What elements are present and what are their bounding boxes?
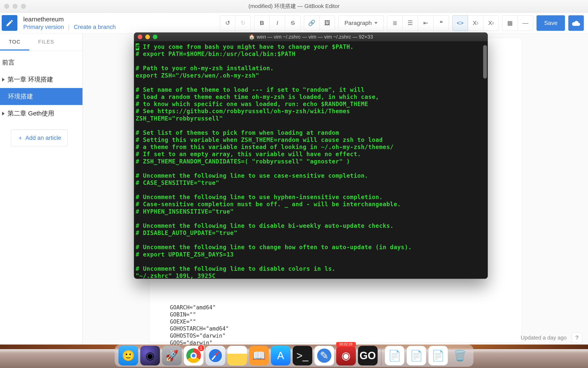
- ordered-list-button[interactable]: ☰: [403, 15, 418, 31]
- desktop-bottom: 🙂 ◉ 🚀 1 📖 A >_ ✎ 00:02:28 ◉ GO 📄 📄 📄 🗑️: [0, 347, 588, 368]
- dock-recent-doc-icon[interactable]: 📄: [385, 346, 404, 366]
- paragraph-label: Paragraph: [344, 20, 372, 26]
- dock-separator: [381, 349, 381, 366]
- book-meta: learnethereum Primary version | Create a…: [23, 16, 116, 30]
- editor-toolbar: ↺ ↻ B I S 🔗 🖼 Paragraph ≣ ☰ ⇤ ❝ <> X2 X2: [220, 15, 588, 31]
- dock-terminal-icon[interactable]: >_: [293, 346, 312, 366]
- toc-label: 前言: [2, 58, 15, 67]
- recording-timer: 00:02:28: [336, 342, 356, 347]
- plus-icon: ＋: [17, 134, 23, 142]
- toc-label: 第二章 Geth使用: [8, 109, 54, 118]
- code-block[interactable]: GOARCH="amd64" GOBIN="" GOEXE="" GOHOSTA…: [158, 304, 514, 347]
- toc-item-preface[interactable]: 前言: [0, 54, 82, 71]
- dock-gitbook-icon[interactable]: ✎: [314, 346, 334, 366]
- terminal-content: If you come from bash you might have to …: [136, 43, 412, 279]
- subscript-button[interactable]: X2: [468, 15, 483, 31]
- terminal-cursor: #: [136, 43, 139, 50]
- toc-item-chapter1[interactable]: 第一章 环境搭建: [0, 71, 82, 88]
- save-button[interactable]: Save: [536, 15, 565, 31]
- dock-recent-doc-icon[interactable]: 📄: [406, 346, 426, 366]
- dock-recent-doc-icon[interactable]: 📄: [428, 346, 448, 366]
- bullet-list-button[interactable]: ≣: [387, 15, 403, 31]
- dock-screenrecorder-icon[interactable]: 00:02:28 ◉: [336, 346, 356, 366]
- book-name: learnethereum: [23, 16, 116, 23]
- chevron-down-icon: [374, 22, 378, 24]
- dock-appstore-icon[interactable]: A: [271, 346, 290, 366]
- toc-item-chapter2[interactable]: 第二章 Geth使用: [0, 105, 82, 122]
- tab-files[interactable]: FILES: [29, 34, 63, 51]
- strikethrough-button[interactable]: S: [285, 15, 301, 31]
- publish-cloud-button[interactable]: [568, 15, 584, 31]
- paragraph-style-dropdown[interactable]: Paragraph: [338, 15, 384, 31]
- dock-siri-icon[interactable]: ◉: [140, 346, 160, 366]
- bold-button[interactable]: B: [254, 15, 270, 31]
- undo-button[interactable]: ↺: [220, 15, 235, 31]
- tab-toc[interactable]: TOC: [0, 34, 29, 51]
- terminal-title: 🏠wen — vim ~/.zshrc — vim — vim ~/.zshrc…: [134, 34, 488, 40]
- status-bar: Updated a day ago ?: [521, 332, 582, 343]
- chevron-right-icon: [2, 78, 5, 82]
- create-branch-link[interactable]: Create a branch: [74, 24, 116, 30]
- add-article-label: Add an article: [25, 135, 61, 141]
- blockquote-button[interactable]: ❝: [433, 15, 449, 31]
- hr-button[interactable]: ―: [518, 15, 533, 31]
- terminal-title-text: wen — vim ~/.zshrc — vim — vim ~/.zshrc …: [257, 34, 373, 40]
- image-button[interactable]: 🖼: [319, 15, 335, 31]
- dock-goland-icon[interactable]: GO: [358, 346, 378, 366]
- toc-label: 第一章 环境搭建: [8, 75, 53, 84]
- help-button[interactable]: ?: [572, 332, 582, 343]
- dock-ibooks-icon[interactable]: 📖: [249, 346, 269, 366]
- toc-item-env-setup[interactable]: 环境搭建: [0, 88, 82, 105]
- app-header: learnethereum Primary version | Create a…: [0, 13, 588, 34]
- primary-version-link[interactable]: Primary version: [23, 24, 64, 30]
- macos-titlebar: (modified) 环境搭建 — GitBook Editor: [0, 0, 588, 13]
- scrollbar-thumb[interactable]: [483, 45, 487, 79]
- dock-launchpad-icon[interactable]: 🚀: [162, 346, 182, 366]
- window-title: (modified) 环境搭建 — GitBook Editor: [0, 2, 588, 10]
- toc-list: 前言 第一章 环境搭建 环境搭建 第二章 Geth使用: [0, 51, 82, 122]
- toc-label: 环境搭建: [8, 92, 33, 101]
- dock-trash-icon[interactable]: 🗑️: [450, 346, 470, 366]
- terminal-titlebar[interactable]: 🏠wen — vim ~/.zshrc — vim — vim ~/.zshrc…: [134, 32, 488, 41]
- sidebar-tabs: TOC FILES: [0, 34, 82, 51]
- macos-dock: 🙂 ◉ 🚀 1 📖 A >_ ✎ 00:02:28 ◉ GO 📄 📄 📄 🗑️: [115, 345, 474, 367]
- table-button[interactable]: ▦: [502, 15, 518, 31]
- terminal-body[interactable]: # If you come from bash you might have t…: [134, 41, 488, 279]
- dock-finder-icon[interactable]: 🙂: [118, 346, 138, 366]
- italic-button[interactable]: I: [270, 15, 285, 31]
- home-icon: 🏠: [249, 34, 255, 40]
- terminal-window[interactable]: 🏠wen — vim ~/.zshrc — vim — vim ~/.zshrc…: [134, 32, 488, 279]
- redo-button[interactable]: ↻: [235, 15, 251, 31]
- chevron-right-icon: [2, 112, 5, 115]
- link-button[interactable]: 🔗: [304, 15, 319, 31]
- sidebar: TOC FILES 前言 第一章 环境搭建 环境搭建 第二章 Geth使用 ＋ …: [0, 34, 83, 347]
- dock-chrome-icon[interactable]: 1: [184, 346, 203, 366]
- outdent-button[interactable]: ⇤: [418, 15, 433, 31]
- superscript-button[interactable]: X2: [483, 15, 499, 31]
- code-block-button[interactable]: <>: [452, 15, 468, 31]
- notification-badge: 1: [198, 345, 205, 352]
- updated-label: Updated a day ago: [521, 334, 567, 341]
- book-edit-icon[interactable]: [2, 15, 17, 31]
- dock-notes-icon[interactable]: [227, 346, 247, 366]
- separator: |: [68, 24, 70, 30]
- dock-safari-icon[interactable]: [206, 346, 225, 366]
- add-article-button[interactable]: ＋ Add an article: [11, 129, 68, 146]
